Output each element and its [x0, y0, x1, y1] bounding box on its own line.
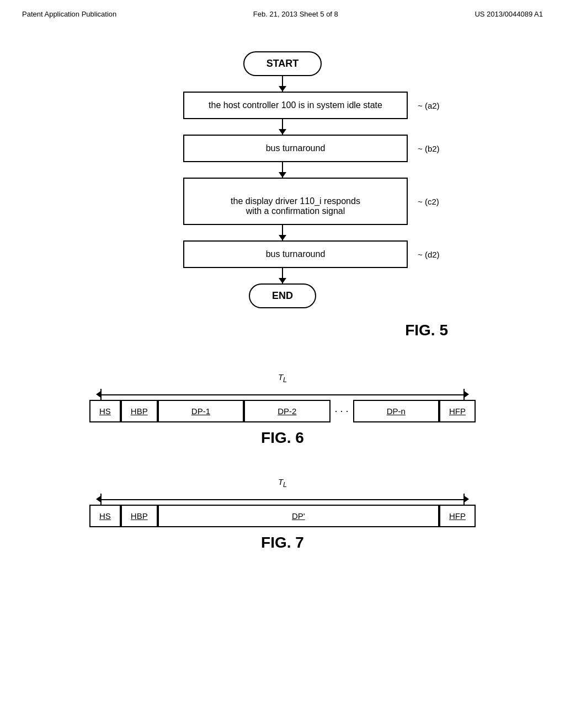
- step-c2-box: the display driver 110_i responds with a…: [183, 178, 408, 225]
- fig7-hbp-box: HBP: [121, 505, 158, 527]
- fig6-hs-box: HS: [89, 400, 121, 422]
- fig7-boxes-row: HS HBP DP' HFP: [89, 505, 476, 527]
- arrow-3: [282, 162, 283, 178]
- fig6-dp1-box: DP-1: [158, 400, 244, 422]
- start-oval: START: [243, 51, 322, 76]
- fig6-tl-subscript: L: [283, 376, 287, 384]
- arrow-2: [282, 119, 283, 135]
- fig6-section: TL HS HBP DP-1 DP-2: [33, 372, 532, 447]
- fig6-wrapper: TL HS HBP DP-1 DP-2: [89, 372, 476, 422]
- fig7-hfp-box: HFP: [439, 505, 476, 527]
- step-c2-label: ~ (c2): [418, 197, 448, 206]
- fig7-label-row: FIG. 7: [261, 534, 304, 552]
- fig7-tl-label: TL: [278, 477, 287, 489]
- fig7-hs-box: HS: [89, 505, 121, 527]
- step-d2-wrapper: bus turnaround ~ (d2): [117, 240, 448, 268]
- fig7-section: TL HS HBP DP' HFP: [33, 477, 532, 552]
- step-a2-box: the host controller 100 is in system idl…: [183, 92, 408, 119]
- fig7-tl-arrow: [89, 494, 476, 505]
- fig6-dpn-box: DP-n: [353, 400, 439, 422]
- step-b2-wrapper: bus turnaround ~ (b2): [117, 135, 448, 162]
- step-a2-wrapper: the host controller 100 is in system idl…: [117, 92, 448, 119]
- header-center: Feb. 21, 2013 Sheet 5 of 8: [253, 10, 338, 18]
- fig5-container: START the host controller 100 is in syst…: [33, 40, 532, 339]
- step-d2-label: ~ (d2): [418, 250, 448, 259]
- step-d2-box: bus turnaround: [183, 240, 408, 268]
- flowchart: START the host controller 100 is in syst…: [117, 51, 448, 308]
- arrow-5: [282, 268, 283, 283]
- arrow-4: [282, 225, 283, 240]
- fig6-hfp-box: HFP: [439, 400, 476, 422]
- step-b2-box: bus turnaround: [183, 135, 408, 162]
- fig7-dpprime-box: DP': [158, 505, 439, 527]
- fig6-dp2-box: DP-2: [244, 400, 330, 422]
- header-left: Patent Application Publication: [22, 10, 116, 18]
- fig7-tl-subscript: L: [283, 481, 287, 489]
- step-b2-label: ~ (b2): [418, 144, 448, 153]
- fig6-label-row: FIG. 6: [261, 429, 304, 447]
- fig6-tl-label: TL: [278, 372, 287, 384]
- fig5-label: FIG. 5: [405, 322, 448, 339]
- fig7-label: FIG. 7: [261, 534, 304, 552]
- fig6-dots: · · ·: [331, 400, 353, 422]
- main-content: START the host controller 100 is in syst…: [0, 24, 565, 598]
- fig6-boxes-row: HS HBP DP-1 DP-2 · · · DP-n HFP: [89, 400, 476, 422]
- fig7-wrapper: TL HS HBP DP' HFP: [89, 477, 476, 527]
- fig6-hbp-box: HBP: [121, 400, 158, 422]
- fig6-label: FIG. 6: [261, 429, 304, 447]
- arrow-1: [282, 76, 283, 92]
- header-right: US 2013/0044089 A1: [475, 10, 543, 18]
- step-a2-label: ~ (a2): [418, 101, 448, 110]
- fig6-tl-arrow: [89, 389, 476, 400]
- end-oval: END: [249, 283, 316, 308]
- step-c2-wrapper: the display driver 110_i responds with a…: [117, 178, 448, 225]
- page-header: Patent Application Publication Feb. 21, …: [0, 0, 565, 24]
